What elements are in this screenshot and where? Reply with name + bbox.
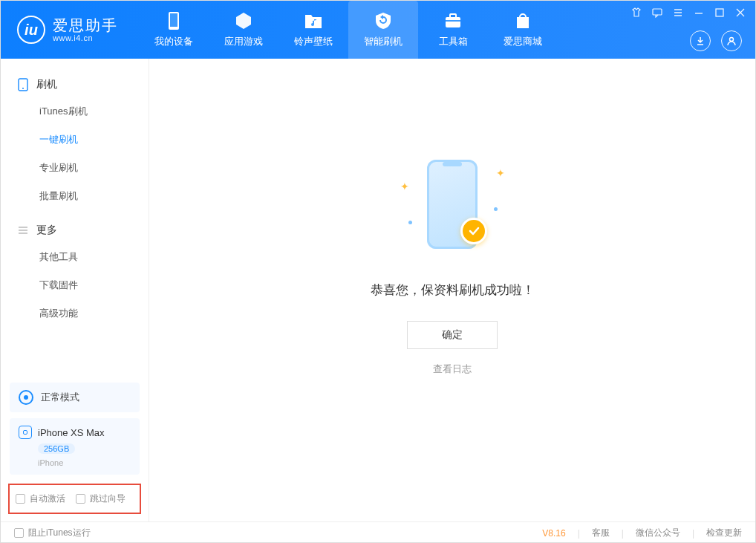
tab-toolbox[interactable]: 工具箱	[418, 1, 488, 59]
svg-rect-6	[716, 9, 723, 16]
mode-icon	[19, 390, 33, 405]
sparkle-icon: ✦	[496, 167, 505, 179]
success-message: 恭喜您，保资料刷机成功啦！	[371, 282, 535, 299]
checkbox-icon	[16, 494, 25, 504]
svg-rect-2	[446, 17, 460, 27]
tshirt-icon[interactable]	[630, 7, 642, 19]
dot-icon	[494, 207, 498, 211]
cube-icon	[234, 11, 253, 30]
header: iu 爱思助手 www.i4.cn 我的设备 应用游戏 铃声壁纸 智能刷机 工具…	[1, 1, 755, 59]
svg-rect-1	[170, 13, 177, 27]
checkbox-icon	[76, 494, 85, 504]
app-title: 爱思助手	[53, 17, 118, 33]
menu-icon[interactable]	[672, 7, 684, 19]
checkbox-icon	[14, 528, 24, 538]
svg-rect-4	[446, 20, 460, 22]
minimize-icon[interactable]	[693, 7, 705, 19]
sidebar-item-other[interactable]: 其他工具	[1, 243, 149, 271]
checkbox-auto-activate[interactable]: 自动激活	[16, 492, 65, 505]
music-folder-icon	[304, 11, 323, 30]
success-illustration: ✦ ✦	[389, 160, 515, 264]
update-link[interactable]: 检查更新	[706, 527, 742, 539]
svg-rect-5	[653, 9, 662, 15]
checkbox-skip-guide-label: 跳过向导	[90, 492, 126, 505]
sidebar-item-pro[interactable]: 专业刷机	[1, 154, 149, 182]
checkbox-block-itunes[interactable]: 阻止iTunes运行	[14, 527, 91, 539]
version-label: V8.16	[542, 528, 565, 539]
tab-device[interactable]: 我的设备	[139, 1, 209, 59]
tab-store[interactable]: 爱思商城	[488, 1, 558, 59]
support-link[interactable]: 客服	[592, 527, 610, 539]
sidebar-section-flash: 刷机	[1, 72, 149, 97]
tab-flash-label: 智能刷机	[364, 35, 403, 48]
logo-icon: iu	[17, 16, 45, 44]
tab-apps[interactable]: 应用游戏	[209, 1, 278, 59]
main-content: ✦ ✦ 恭喜您，保资料刷机成功啦！ 确定 查看日志	[149, 59, 755, 521]
sidebar-item-itunes[interactable]: iTunes刷机	[1, 97, 149, 126]
svg-rect-3	[450, 14, 456, 18]
shield-refresh-icon	[374, 11, 393, 30]
sidebar-item-oneclick[interactable]: 一键刷机	[1, 126, 149, 154]
sidebar-section-flash-label: 刷机	[36, 78, 57, 91]
sidebar-item-advanced[interactable]: 高级功能	[1, 299, 149, 328]
tab-toolbox-label: 工具箱	[439, 35, 468, 48]
mode-label: 正常模式	[41, 391, 79, 404]
separator: |	[692, 528, 694, 539]
bag-icon	[513, 11, 532, 30]
tab-ringtone-label: 铃声壁纸	[294, 35, 333, 48]
device-capacity: 256GB	[38, 443, 75, 454]
toolbox-icon	[443, 11, 463, 30]
sidebar-section-more-label: 更多	[36, 224, 57, 237]
device-icon	[17, 79, 29, 91]
mode-box[interactable]: 正常模式	[10, 383, 140, 412]
tab-apps-label: 应用游戏	[224, 35, 263, 48]
ok-button[interactable]: 确定	[407, 321, 498, 349]
device-type: iPhone	[38, 458, 131, 467]
download-button[interactable]	[690, 30, 711, 51]
checkbox-auto-activate-label: 自动激活	[30, 492, 65, 505]
dot-icon	[408, 221, 412, 224]
sidebar: 刷机 iTunes刷机 一键刷机 专业刷机 批量刷机 更多 其他工具 下载固件 …	[1, 59, 149, 521]
list-icon	[17, 224, 29, 236]
svg-point-7	[730, 38, 734, 42]
logo[interactable]: iu 爱思助手 www.i4.cn	[1, 16, 131, 44]
close-icon[interactable]	[734, 7, 746, 19]
checkbox-skip-guide[interactable]: 跳过向导	[76, 492, 126, 505]
footer: 阻止iTunes运行 V8.16 | 客服 | 微信公众号 | 检查更新	[1, 521, 755, 543]
svg-point-9	[22, 88, 24, 89]
options-highlight-box: 自动激活 跳过向导	[8, 484, 141, 514]
sidebar-item-batch[interactable]: 批量刷机	[1, 182, 149, 210]
tab-device-label: 我的设备	[154, 35, 193, 48]
device-box[interactable]: iPhone XS Max 256GB iPhone	[10, 418, 140, 475]
device-phone-icon	[19, 426, 32, 439]
device-name: iPhone XS Max	[38, 427, 105, 438]
app-subtitle: www.i4.cn	[53, 33, 118, 42]
phone-icon	[164, 11, 183, 30]
sparkle-icon: ✦	[400, 181, 409, 192]
tab-store-label: 爱思商城	[504, 35, 542, 48]
sidebar-item-firmware[interactable]: 下载固件	[1, 271, 149, 299]
block-itunes-label: 阻止iTunes运行	[28, 527, 91, 539]
tab-flash[interactable]: 智能刷机	[348, 1, 418, 59]
separator: |	[578, 528, 580, 539]
sidebar-section-more: 更多	[1, 218, 149, 243]
maximize-icon[interactable]	[714, 7, 726, 19]
feedback-icon[interactable]	[651, 7, 663, 19]
wechat-link[interactable]: 微信公众号	[636, 527, 680, 539]
titlebar-controls	[630, 7, 746, 19]
checkmark-badge-icon	[460, 218, 487, 244]
main-tabs: 我的设备 应用游戏 铃声壁纸 智能刷机 工具箱 爱思商城	[139, 1, 558, 59]
tab-ringtone[interactable]: 铃声壁纸	[278, 1, 348, 59]
user-button[interactable]	[721, 30, 742, 51]
header-right	[690, 30, 742, 51]
view-log-link[interactable]: 查看日志	[433, 362, 472, 376]
separator: |	[622, 528, 624, 539]
